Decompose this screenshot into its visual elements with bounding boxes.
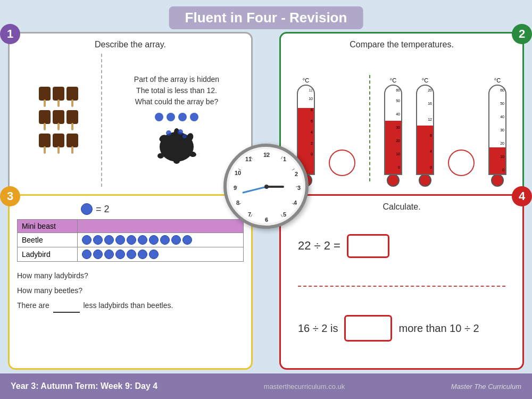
pict-dot xyxy=(127,250,136,259)
therm-scale-mark: 0 xyxy=(430,165,432,169)
pict-dot xyxy=(149,235,159,245)
clock: 12 1 2 3 4 5 6 7 8 9 10 11 xyxy=(223,144,309,229)
blue-dot xyxy=(167,113,175,121)
ice-cream-row-3 xyxy=(39,134,78,154)
compare-circle-1 xyxy=(329,149,355,176)
svg-point-8 xyxy=(178,129,183,135)
therm-group-3: °C 20 16 12 8 4 0 xyxy=(416,77,434,187)
q3-number-badge: 3 xyxy=(0,186,20,206)
q1-content: Part of the array is hidden The total is… xyxy=(16,54,245,187)
table-cell-beetle-label: Beetle xyxy=(18,233,78,247)
therm-scale-mark: 40 xyxy=(500,115,504,119)
table-cell-ladybird-label: Ladybird xyxy=(18,247,78,262)
blue-dot xyxy=(178,113,187,121)
pict-dot xyxy=(127,235,136,245)
q3-questions: How many ladybirds? How many beetles? Th… xyxy=(17,268,244,313)
ice-cream xyxy=(66,110,78,130)
therm-scale-1: 12 xyxy=(309,88,313,92)
pict-dot xyxy=(160,235,170,245)
table-header-row: Mini beast xyxy=(18,220,244,233)
pict-dot xyxy=(104,250,114,259)
equals-label: = 2 xyxy=(96,204,110,215)
q3-question1: How many ladybirds? xyxy=(17,268,244,283)
svg-text:5: 5 xyxy=(283,211,286,218)
quadrant-3: 3 = 2 Mini beast Beetle xyxy=(8,194,253,370)
therm-scale-mark: 20 xyxy=(396,139,400,143)
quadrant-2: 2 Compare the temperatures. °C 12 10 8 6… xyxy=(279,32,524,197)
svg-line-30 xyxy=(281,214,282,217)
therm-scale-mark: 10 xyxy=(396,152,400,156)
therm-tube-2: 60 50 40 30 20 10 0 xyxy=(384,85,402,175)
pict-dot xyxy=(138,250,147,259)
beetle-dots xyxy=(82,235,239,245)
therm-scale-mark: 6 xyxy=(311,119,313,123)
therm-scale-mark: 20 xyxy=(500,142,504,145)
ice-cream xyxy=(39,87,51,107)
thermometers-area: °C 12 10 8 6 4 2 0 °C 60 xyxy=(287,54,516,187)
therm-bulb-2 xyxy=(387,174,400,187)
pictogram-table: Mini beast Beetle L xyxy=(17,219,244,262)
ice-cream xyxy=(53,134,64,154)
equation2-left: 16 ÷ 2 is xyxy=(298,322,338,335)
svg-line-26 xyxy=(281,156,282,159)
pict-dot xyxy=(93,235,103,245)
svg-point-7 xyxy=(166,130,171,136)
quadrant-4: 4 Calculate. 22 ÷ 2 = 16 ÷ 2 is more tha… xyxy=(279,194,524,370)
compare-circle-2 xyxy=(448,149,475,176)
svg-text:10: 10 xyxy=(235,170,241,176)
therm-tube-4: 60 50 40 30 20 10 0 xyxy=(488,85,506,175)
therm-label-4: °C xyxy=(494,77,501,84)
blue-dots-row xyxy=(155,113,198,121)
ice-cream-row-1 xyxy=(39,87,78,107)
blue-dot xyxy=(190,113,198,121)
table-header-col1: Mini beast xyxy=(18,220,78,233)
table-row-beetle: Beetle xyxy=(18,233,244,247)
therm-group-4: °C 60 50 40 30 20 10 0 xyxy=(488,77,506,187)
therm-scale-mark: 0 xyxy=(311,152,313,156)
therm-scale-mark: 4 xyxy=(430,149,432,153)
svg-text:9: 9 xyxy=(234,185,237,191)
therm-scale-mark: 20 xyxy=(428,88,432,92)
therm-label-1: °C xyxy=(303,77,309,84)
table-header-col2 xyxy=(77,220,243,233)
therm-bulb-3 xyxy=(419,174,431,187)
q3-question2: How many beetles? xyxy=(17,283,244,298)
therm-scale-mark: 60 xyxy=(396,88,400,92)
therm-label-2: °C xyxy=(390,77,396,84)
svg-point-4 xyxy=(157,153,164,159)
svg-point-9 xyxy=(182,134,187,138)
equation2-right: more than 10 ÷ 2 xyxy=(398,322,479,335)
clock-svg: 12 1 2 3 4 5 6 7 8 9 10 11 xyxy=(227,147,306,226)
therm-scale-mark: 60 xyxy=(500,88,504,92)
svg-text:3: 3 xyxy=(297,185,301,191)
equation1-text: 22 ÷ 2 = xyxy=(298,239,340,253)
calc-row-2: 16 ÷ 2 is more than 10 ÷ 2 xyxy=(298,315,505,342)
compare-circle-icon-1 xyxy=(329,149,355,176)
ice-cream xyxy=(39,110,51,130)
pict-dot xyxy=(115,235,125,245)
dashed-divider-horiz xyxy=(298,286,505,287)
ink-blob-icon xyxy=(153,127,201,167)
q3-blank xyxy=(53,312,80,313)
therm-scale-mark: 16 xyxy=(428,102,432,105)
therm-tube-3: 20 16 12 8 4 0 xyxy=(416,85,434,175)
q1-description: Part of the array is hidden The total is… xyxy=(134,74,219,107)
ice-cream xyxy=(53,110,64,130)
therm-scale-mark: 0 xyxy=(502,168,504,172)
page-title: Fluent in Four - Revision xyxy=(169,6,363,29)
therm-group-2: °C 60 50 40 30 20 10 0 xyxy=(384,77,402,187)
dashed-divider-vert xyxy=(369,75,370,181)
therm-scale-mark: 40 xyxy=(396,112,400,116)
q4-number-badge: 4 xyxy=(512,186,532,206)
compare-circle-icon-2 xyxy=(448,149,475,176)
therm-scale-mark: 12 xyxy=(428,118,432,121)
therm-scale-mark: 50 xyxy=(396,99,400,103)
svg-line-22 xyxy=(243,187,267,193)
q1-section-title: Describe the array. xyxy=(16,40,245,49)
therm-scale-mark: 50 xyxy=(500,102,504,105)
ice-cream xyxy=(53,87,64,107)
table-cell-ladybird-dots xyxy=(77,247,243,262)
table-row-ladybird: Ladybird xyxy=(18,247,244,262)
therm-scale-mark: 8 xyxy=(430,134,432,137)
q3-legend: = 2 xyxy=(81,203,244,215)
